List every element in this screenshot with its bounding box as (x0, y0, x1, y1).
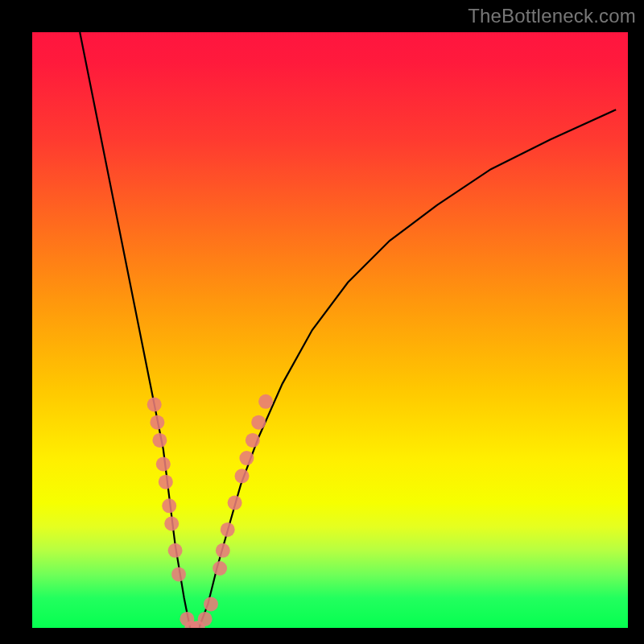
marker-dot (204, 597, 218, 611)
marker-dot (239, 451, 254, 465)
marker-dot (246, 433, 260, 448)
marker-dot (162, 498, 176, 513)
marker-dot (150, 415, 164, 430)
marker-dot (228, 496, 242, 510)
marker-dot (221, 522, 235, 537)
plot-area (32, 32, 628, 628)
marker-dot (156, 457, 171, 472)
marker-dot (251, 415, 266, 430)
marker-dot (168, 543, 183, 558)
curve-path (80, 32, 616, 628)
marker-dot (159, 475, 173, 489)
bottleneck-curve (32, 32, 628, 628)
marker-dot (164, 517, 179, 531)
marker-dot (235, 469, 250, 483)
marker-dot (198, 612, 213, 626)
chart-frame: TheBottleneck.com (0, 0, 644, 644)
marker-dot (171, 567, 186, 581)
marker-dot (147, 398, 162, 412)
marker-dot (213, 561, 227, 576)
marker-dot (258, 394, 273, 409)
marker-dot (216, 543, 230, 558)
marker-dot (152, 433, 167, 448)
watermark-text: TheBottleneck.com (468, 5, 636, 27)
